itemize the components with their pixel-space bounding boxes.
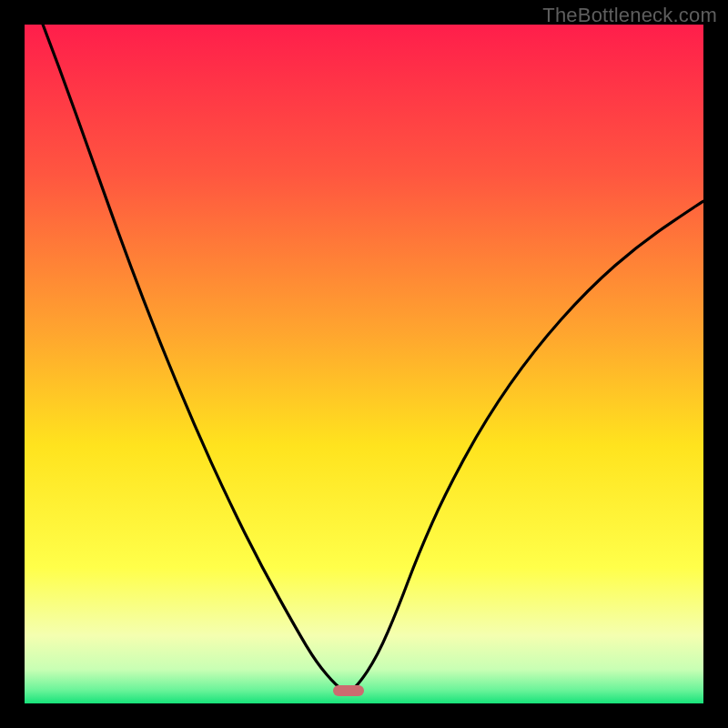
- optimal-marker: [333, 685, 364, 696]
- chart-plot-area: [25, 25, 703, 703]
- watermark-text: TheBottleneck.com: [542, 4, 717, 27]
- bottleneck-curve: [25, 25, 703, 703]
